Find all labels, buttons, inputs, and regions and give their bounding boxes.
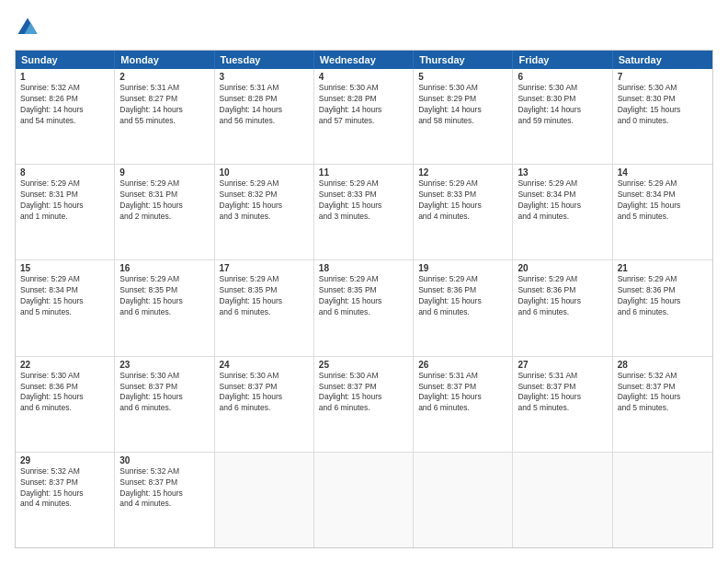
cell-line: and 6 minutes. — [319, 307, 408, 318]
day-number: 17 — [220, 263, 309, 273]
cell-line: and 59 minutes. — [518, 116, 607, 127]
cell-line: Sunset: 8:26 PM — [20, 94, 109, 105]
cell-line: Sunset: 8:37 PM — [220, 382, 309, 393]
cell-line: Sunrise: 5:29 AM — [618, 178, 708, 190]
calendar-cell-empty — [613, 453, 712, 547]
calendar-cell-day-28: 28Sunrise: 5:32 AMSunset: 8:37 PMDayligh… — [613, 357, 712, 452]
header-day-thursday: Thursday — [414, 51, 513, 69]
day-number: 9 — [119, 167, 209, 178]
day-number: 26 — [418, 360, 507, 370]
cell-line: Sunset: 8:37 PM — [119, 382, 209, 393]
calendar-cell-day-29: 29Sunrise: 5:32 AMSunset: 8:37 PMDayligh… — [16, 453, 115, 547]
day-number: 4 — [319, 72, 408, 82]
cell-line: Sunset: 8:31 PM — [20, 190, 109, 201]
day-number: 23 — [119, 360, 209, 370]
calendar-cell-day-30: 30Sunrise: 5:32 AMSunset: 8:37 PMDayligh… — [115, 453, 214, 547]
cell-line: Sunset: 8:34 PM — [518, 190, 607, 201]
cell-line: Sunset: 8:37 PM — [418, 382, 507, 393]
cell-line: Sunrise: 5:29 AM — [518, 178, 607, 190]
cell-line: and 6 minutes. — [220, 403, 309, 414]
cell-line: Sunrise: 5:30 AM — [618, 83, 708, 94]
cell-line: and 6 minutes. — [319, 403, 408, 414]
day-number: 7 — [618, 72, 708, 82]
cell-line: Sunset: 8:32 PM — [220, 190, 309, 201]
day-number: 11 — [319, 167, 408, 178]
calendar-cell-day-19: 19Sunrise: 5:29 AMSunset: 8:36 PMDayligh… — [414, 260, 513, 355]
cell-line: Daylight: 15 hours — [119, 392, 209, 403]
calendar-cell-day-26: 26Sunrise: 5:31 AMSunset: 8:37 PMDayligh… — [414, 357, 513, 452]
day-number: 27 — [518, 360, 607, 370]
cell-line: Daylight: 15 hours — [20, 296, 109, 307]
cell-line: Sunset: 8:37 PM — [20, 477, 109, 488]
cell-line: Sunset: 8:35 PM — [319, 285, 408, 296]
cell-line: Sunset: 8:36 PM — [518, 285, 607, 296]
cell-line: Sunset: 8:37 PM — [618, 382, 708, 393]
cell-line: Sunrise: 5:29 AM — [119, 274, 209, 285]
cell-line: Daylight: 15 hours — [418, 296, 507, 307]
calendar-cell-day-15: 15Sunrise: 5:29 AMSunset: 8:34 PMDayligh… — [16, 260, 115, 355]
day-number: 6 — [518, 72, 607, 82]
cell-line: Sunrise: 5:30 AM — [418, 83, 507, 94]
cell-line: and 6 minutes. — [220, 307, 309, 318]
cell-line: Daylight: 15 hours — [618, 105, 708, 116]
cell-line: and 5 minutes. — [618, 212, 708, 223]
calendar-cell-day-8: 8Sunrise: 5:29 AMSunset: 8:31 PMDaylight… — [16, 165, 115, 259]
calendar-cell-day-24: 24Sunrise: 5:30 AMSunset: 8:37 PMDayligh… — [215, 357, 314, 452]
cell-line: Sunrise: 5:30 AM — [319, 371, 408, 382]
header-day-saturday: Saturday — [613, 51, 712, 69]
day-number: 1 — [20, 72, 109, 82]
cell-line: Daylight: 14 hours — [418, 105, 507, 116]
day-number: 21 — [618, 263, 708, 273]
cell-line: and 57 minutes. — [319, 116, 408, 127]
cell-line: Sunrise: 5:32 AM — [20, 466, 109, 477]
calendar-cell-day-18: 18Sunrise: 5:29 AMSunset: 8:35 PMDayligh… — [314, 260, 414, 355]
cell-line: Sunset: 8:28 PM — [220, 94, 309, 105]
cell-line: Sunset: 8:37 PM — [518, 382, 607, 393]
calendar-cell-empty — [513, 453, 612, 547]
cell-line: and 6 minutes. — [119, 403, 209, 414]
calendar-cell-day-20: 20Sunrise: 5:29 AMSunset: 8:36 PMDayligh… — [513, 260, 612, 355]
calendar-header: SundayMondayTuesdayWednesdayThursdayFrid… — [16, 51, 712, 69]
page: SundayMondayTuesdayWednesdayThursdayFrid… — [0, 0, 728, 563]
cell-line: and 3 minutes. — [220, 212, 309, 223]
cell-line: Daylight: 15 hours — [418, 201, 507, 212]
calendar-cell-day-3: 3Sunrise: 5:31 AMSunset: 8:28 PMDaylight… — [215, 69, 314, 164]
cell-line: Daylight: 15 hours — [20, 201, 109, 212]
cell-line: and 6 minutes. — [119, 307, 209, 318]
cell-line: Sunrise: 5:30 AM — [319, 83, 408, 94]
cell-line: and 3 minutes. — [319, 212, 408, 223]
cell-line: Sunrise: 5:29 AM — [220, 178, 309, 190]
cell-line: Sunrise: 5:30 AM — [220, 371, 309, 382]
cell-line: and 6 minutes. — [418, 403, 507, 414]
calendar-cell-day-27: 27Sunrise: 5:31 AMSunset: 8:37 PMDayligh… — [513, 357, 612, 452]
cell-line: Daylight: 15 hours — [20, 488, 109, 500]
cell-line: Sunset: 8:37 PM — [319, 382, 408, 393]
header-day-friday: Friday — [513, 51, 612, 69]
cell-line: and 4 minutes. — [20, 499, 109, 510]
calendar-cell-empty — [414, 453, 513, 547]
day-number: 16 — [119, 263, 209, 273]
cell-line: Sunset: 8:36 PM — [418, 285, 507, 296]
calendar-cell-day-14: 14Sunrise: 5:29 AMSunset: 8:34 PMDayligh… — [613, 165, 712, 259]
calendar-cell-day-21: 21Sunrise: 5:29 AMSunset: 8:36 PMDayligh… — [613, 260, 712, 355]
cell-line: Sunset: 8:35 PM — [119, 285, 209, 296]
header-day-tuesday: Tuesday — [215, 51, 314, 69]
cell-line: Daylight: 15 hours — [618, 392, 708, 403]
cell-line: and 6 minutes. — [20, 403, 109, 414]
cell-line: Daylight: 15 hours — [518, 201, 607, 212]
cell-line: and 5 minutes. — [20, 307, 109, 318]
calendar-row-3: 22Sunrise: 5:30 AMSunset: 8:36 PMDayligh… — [16, 357, 712, 453]
cell-line: Sunset: 8:34 PM — [618, 190, 708, 201]
calendar: SundayMondayTuesdayWednesdayThursdayFrid… — [15, 50, 713, 548]
cell-line: and 54 minutes. — [20, 116, 109, 127]
cell-line: and 4 minutes. — [518, 212, 607, 223]
cell-line: Sunrise: 5:31 AM — [518, 371, 607, 382]
cell-line: Sunrise: 5:31 AM — [418, 371, 507, 382]
calendar-cell-empty — [215, 453, 314, 547]
cell-line: Sunset: 8:28 PM — [319, 94, 408, 105]
day-number: 25 — [319, 360, 408, 370]
day-number: 24 — [220, 360, 309, 370]
cell-line: Daylight: 15 hours — [319, 392, 408, 403]
cell-line: Daylight: 15 hours — [119, 201, 209, 212]
cell-line: Sunrise: 5:32 AM — [119, 466, 209, 477]
